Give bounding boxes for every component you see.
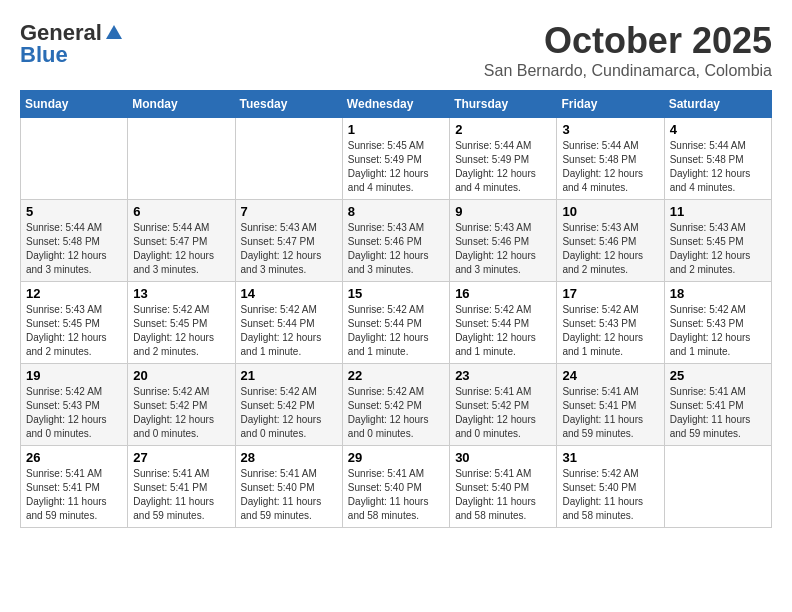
day-info: Sunrise: 5:43 AMSunset: 5:45 PMDaylight:…	[26, 303, 122, 359]
day-info: Sunrise: 5:44 AMSunset: 5:49 PMDaylight:…	[455, 139, 551, 195]
calendar-cell: 24Sunrise: 5:41 AMSunset: 5:41 PMDayligh…	[557, 364, 664, 446]
calendar-cell: 3Sunrise: 5:44 AMSunset: 5:48 PMDaylight…	[557, 118, 664, 200]
month-title: October 2025	[484, 20, 772, 62]
day-number: 16	[455, 286, 551, 301]
day-number: 7	[241, 204, 337, 219]
calendar-cell: 5Sunrise: 5:44 AMSunset: 5:48 PMDaylight…	[21, 200, 128, 282]
calendar-cell: 20Sunrise: 5:42 AMSunset: 5:42 PMDayligh…	[128, 364, 235, 446]
calendar-table: SundayMondayTuesdayWednesdayThursdayFrid…	[20, 90, 772, 528]
day-info: Sunrise: 5:41 AMSunset: 5:40 PMDaylight:…	[348, 467, 444, 523]
day-info: Sunrise: 5:43 AMSunset: 5:46 PMDaylight:…	[348, 221, 444, 277]
calendar-header-monday: Monday	[128, 91, 235, 118]
calendar-cell: 27Sunrise: 5:41 AMSunset: 5:41 PMDayligh…	[128, 446, 235, 528]
day-info: Sunrise: 5:42 AMSunset: 5:42 PMDaylight:…	[348, 385, 444, 441]
calendar-header-sunday: Sunday	[21, 91, 128, 118]
day-info: Sunrise: 5:43 AMSunset: 5:46 PMDaylight:…	[455, 221, 551, 277]
calendar-cell: 7Sunrise: 5:43 AMSunset: 5:47 PMDaylight…	[235, 200, 342, 282]
calendar-cell: 11Sunrise: 5:43 AMSunset: 5:45 PMDayligh…	[664, 200, 771, 282]
calendar-cell: 8Sunrise: 5:43 AMSunset: 5:46 PMDaylight…	[342, 200, 449, 282]
day-number: 14	[241, 286, 337, 301]
day-number: 1	[348, 122, 444, 137]
day-number: 19	[26, 368, 122, 383]
day-info: Sunrise: 5:45 AMSunset: 5:49 PMDaylight:…	[348, 139, 444, 195]
calendar-week-row: 19Sunrise: 5:42 AMSunset: 5:43 PMDayligh…	[21, 364, 772, 446]
day-number: 6	[133, 204, 229, 219]
calendar-cell: 23Sunrise: 5:41 AMSunset: 5:42 PMDayligh…	[450, 364, 557, 446]
day-info: Sunrise: 5:42 AMSunset: 5:43 PMDaylight:…	[670, 303, 766, 359]
calendar-cell: 25Sunrise: 5:41 AMSunset: 5:41 PMDayligh…	[664, 364, 771, 446]
calendar-cell: 9Sunrise: 5:43 AMSunset: 5:46 PMDaylight…	[450, 200, 557, 282]
calendar-header-saturday: Saturday	[664, 91, 771, 118]
day-info: Sunrise: 5:41 AMSunset: 5:41 PMDaylight:…	[670, 385, 766, 441]
calendar-header-wednesday: Wednesday	[342, 91, 449, 118]
calendar-cell: 16Sunrise: 5:42 AMSunset: 5:44 PMDayligh…	[450, 282, 557, 364]
svg-marker-0	[106, 25, 122, 39]
calendar-cell	[235, 118, 342, 200]
calendar-cell	[128, 118, 235, 200]
day-number: 24	[562, 368, 658, 383]
calendar-header-tuesday: Tuesday	[235, 91, 342, 118]
day-number: 13	[133, 286, 229, 301]
day-number: 3	[562, 122, 658, 137]
calendar-week-row: 1Sunrise: 5:45 AMSunset: 5:49 PMDaylight…	[21, 118, 772, 200]
calendar-cell: 2Sunrise: 5:44 AMSunset: 5:49 PMDaylight…	[450, 118, 557, 200]
calendar-cell: 26Sunrise: 5:41 AMSunset: 5:41 PMDayligh…	[21, 446, 128, 528]
title-block: October 2025 San Bernardo, Cundinamarca,…	[484, 20, 772, 80]
day-info: Sunrise: 5:44 AMSunset: 5:47 PMDaylight:…	[133, 221, 229, 277]
calendar-header-friday: Friday	[557, 91, 664, 118]
calendar-week-row: 12Sunrise: 5:43 AMSunset: 5:45 PMDayligh…	[21, 282, 772, 364]
day-number: 22	[348, 368, 444, 383]
day-info: Sunrise: 5:42 AMSunset: 5:44 PMDaylight:…	[241, 303, 337, 359]
day-info: Sunrise: 5:42 AMSunset: 5:42 PMDaylight:…	[241, 385, 337, 441]
calendar-cell: 14Sunrise: 5:42 AMSunset: 5:44 PMDayligh…	[235, 282, 342, 364]
day-number: 27	[133, 450, 229, 465]
page-header: General Blue October 2025 San Bernardo, …	[20, 20, 772, 80]
day-number: 26	[26, 450, 122, 465]
calendar-cell: 31Sunrise: 5:42 AMSunset: 5:40 PMDayligh…	[557, 446, 664, 528]
calendar-cell: 19Sunrise: 5:42 AMSunset: 5:43 PMDayligh…	[21, 364, 128, 446]
calendar-cell: 29Sunrise: 5:41 AMSunset: 5:40 PMDayligh…	[342, 446, 449, 528]
day-info: Sunrise: 5:43 AMSunset: 5:46 PMDaylight:…	[562, 221, 658, 277]
calendar-cell: 6Sunrise: 5:44 AMSunset: 5:47 PMDaylight…	[128, 200, 235, 282]
day-number: 11	[670, 204, 766, 219]
day-info: Sunrise: 5:41 AMSunset: 5:42 PMDaylight:…	[455, 385, 551, 441]
day-info: Sunrise: 5:42 AMSunset: 5:42 PMDaylight:…	[133, 385, 229, 441]
calendar-cell: 1Sunrise: 5:45 AMSunset: 5:49 PMDaylight…	[342, 118, 449, 200]
location-subtitle: San Bernardo, Cundinamarca, Colombia	[484, 62, 772, 80]
calendar-cell: 30Sunrise: 5:41 AMSunset: 5:40 PMDayligh…	[450, 446, 557, 528]
day-number: 28	[241, 450, 337, 465]
day-number: 18	[670, 286, 766, 301]
day-number: 30	[455, 450, 551, 465]
day-info: Sunrise: 5:42 AMSunset: 5:44 PMDaylight:…	[455, 303, 551, 359]
calendar-week-row: 26Sunrise: 5:41 AMSunset: 5:41 PMDayligh…	[21, 446, 772, 528]
day-info: Sunrise: 5:41 AMSunset: 5:40 PMDaylight:…	[455, 467, 551, 523]
day-info: Sunrise: 5:43 AMSunset: 5:45 PMDaylight:…	[670, 221, 766, 277]
day-number: 4	[670, 122, 766, 137]
day-number: 25	[670, 368, 766, 383]
day-number: 2	[455, 122, 551, 137]
day-number: 12	[26, 286, 122, 301]
day-number: 10	[562, 204, 658, 219]
calendar-cell: 15Sunrise: 5:42 AMSunset: 5:44 PMDayligh…	[342, 282, 449, 364]
day-number: 20	[133, 368, 229, 383]
calendar-header-thursday: Thursday	[450, 91, 557, 118]
day-number: 15	[348, 286, 444, 301]
day-number: 21	[241, 368, 337, 383]
day-info: Sunrise: 5:42 AMSunset: 5:44 PMDaylight:…	[348, 303, 444, 359]
calendar-cell: 12Sunrise: 5:43 AMSunset: 5:45 PMDayligh…	[21, 282, 128, 364]
day-info: Sunrise: 5:41 AMSunset: 5:40 PMDaylight:…	[241, 467, 337, 523]
day-info: Sunrise: 5:42 AMSunset: 5:45 PMDaylight:…	[133, 303, 229, 359]
calendar-cell: 21Sunrise: 5:42 AMSunset: 5:42 PMDayligh…	[235, 364, 342, 446]
calendar-cell: 10Sunrise: 5:43 AMSunset: 5:46 PMDayligh…	[557, 200, 664, 282]
logo-blue-text: Blue	[20, 42, 68, 68]
day-info: Sunrise: 5:41 AMSunset: 5:41 PMDaylight:…	[26, 467, 122, 523]
day-info: Sunrise: 5:42 AMSunset: 5:43 PMDaylight:…	[26, 385, 122, 441]
day-info: Sunrise: 5:43 AMSunset: 5:47 PMDaylight:…	[241, 221, 337, 277]
day-info: Sunrise: 5:41 AMSunset: 5:41 PMDaylight:…	[133, 467, 229, 523]
day-info: Sunrise: 5:44 AMSunset: 5:48 PMDaylight:…	[670, 139, 766, 195]
calendar-week-row: 5Sunrise: 5:44 AMSunset: 5:48 PMDaylight…	[21, 200, 772, 282]
calendar-cell: 18Sunrise: 5:42 AMSunset: 5:43 PMDayligh…	[664, 282, 771, 364]
calendar-cell: 4Sunrise: 5:44 AMSunset: 5:48 PMDaylight…	[664, 118, 771, 200]
calendar-cell	[664, 446, 771, 528]
day-info: Sunrise: 5:44 AMSunset: 5:48 PMDaylight:…	[26, 221, 122, 277]
